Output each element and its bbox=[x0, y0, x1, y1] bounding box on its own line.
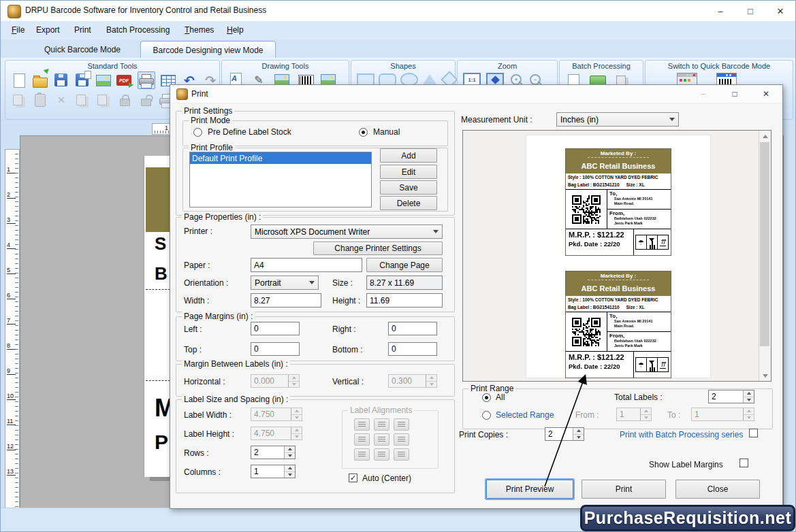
add-button[interactable]: Add bbox=[380, 148, 437, 163]
watermark-badge: PurchaseRequisition.net bbox=[580, 505, 795, 531]
batch-series-label[interactable]: Print with Batch Processing series bbox=[620, 430, 743, 439]
to-address: To, San Antonio MI 20141Main Road. bbox=[607, 190, 671, 210]
triangle-shape-icon[interactable] bbox=[422, 74, 437, 86]
spinner-arrows-icon[interactable] bbox=[573, 428, 584, 440]
save-icon[interactable] bbox=[53, 72, 69, 88]
paste-icon[interactable] bbox=[32, 92, 48, 108]
menu-print[interactable]: Print bbox=[74, 25, 91, 35]
page-margins-title: Page Margins (in) : bbox=[182, 312, 255, 321]
measurement-unit-select[interactable]: Inches (in) bbox=[556, 112, 679, 127]
tab-quick-barcode-mode[interactable]: Quick Barcode Mode bbox=[28, 41, 137, 58]
new-document-icon[interactable] bbox=[11, 72, 27, 88]
rows-label: Rows : bbox=[184, 448, 209, 458]
copy-icon[interactable] bbox=[11, 92, 27, 108]
spinner-arrows-icon[interactable] bbox=[743, 390, 754, 403]
scroll-down-icon[interactable] bbox=[759, 370, 771, 381]
manual-radio[interactable] bbox=[359, 128, 368, 137]
width-input[interactable]: 8.27 bbox=[251, 293, 321, 307]
printer-select[interactable]: Microsoft XPS Document Writer bbox=[251, 225, 443, 239]
print-button[interactable]: Print bbox=[582, 480, 666, 499]
columns-spinner[interactable]: 1 bbox=[251, 465, 296, 478]
menu-help[interactable]: Help bbox=[227, 25, 244, 35]
duplicate-icon[interactable] bbox=[74, 92, 91, 108]
print-range-all-label[interactable]: All bbox=[496, 393, 505, 402]
maximize-button[interactable]: □ bbox=[735, 1, 765, 21]
section-title: Zoom bbox=[458, 62, 557, 70]
orientation-select[interactable]: Portrait bbox=[251, 276, 319, 290]
delete-button[interactable]: Delete bbox=[380, 196, 437, 210]
margin-top-input[interactable]: 0 bbox=[251, 342, 300, 356]
rows-spinner[interactable]: 2 bbox=[251, 446, 296, 459]
group-icon[interactable] bbox=[95, 92, 112, 108]
dialog-maximize-button[interactable]: □ bbox=[721, 85, 748, 103]
tab-barcode-designing-view-mode[interactable]: Barcode Designing view Mode bbox=[140, 41, 276, 59]
menu-themes[interactable]: Themes bbox=[185, 25, 214, 35]
predefine-label-stock-radio[interactable] bbox=[193, 128, 202, 137]
to-title: To, bbox=[609, 313, 669, 319]
save-button[interactable]: Save bbox=[380, 180, 437, 195]
label-bottom: M.R.P. : $121.22 Pkd. Date : 22/20 ☂ ⇈ bbox=[566, 229, 671, 255]
height-input[interactable]: 11.69 bbox=[366, 293, 443, 307]
size-value-box: 8.27 x 11.69 bbox=[366, 276, 443, 290]
print-profile-selected-item[interactable]: Default Print Profile bbox=[190, 152, 371, 164]
label-header: Marketed By : ABC Retail Business bbox=[566, 271, 671, 296]
preview-scrollbar[interactable] bbox=[759, 131, 771, 381]
open-file-icon[interactable] bbox=[32, 72, 48, 88]
margin-between-labels-title: Margin Between Labels (in) : bbox=[182, 359, 290, 369]
width-label: Width : bbox=[184, 296, 209, 305]
total-labels-spinner[interactable]: 2 bbox=[708, 390, 754, 403]
design-page-partial[interactable]: S B M P bbox=[144, 156, 170, 477]
qr-code bbox=[572, 195, 601, 224]
auto-center-checkbox[interactable] bbox=[349, 473, 357, 482]
orientation-label: Orientation : bbox=[184, 278, 228, 288]
print-copies-spinner[interactable]: 2 bbox=[545, 427, 584, 441]
margin-right-input[interactable]: 0 bbox=[388, 322, 437, 335]
spinner-arrows-icon bbox=[291, 408, 302, 420]
margin-left-input[interactable]: 0 bbox=[251, 322, 300, 335]
unlock-icon[interactable] bbox=[138, 92, 154, 108]
close-button[interactable]: ✕ bbox=[765, 1, 795, 21]
close-dialog-button[interactable]: Close bbox=[675, 480, 760, 499]
spinner-arrows-icon[interactable] bbox=[284, 446, 295, 459]
scroll-up-icon[interactable] bbox=[759, 131, 771, 142]
paper-input[interactable]: A4 bbox=[251, 258, 362, 272]
lock-icon[interactable] bbox=[116, 92, 133, 108]
label-divider bbox=[146, 289, 170, 290]
print-profile-list[interactable]: Default Print Profile bbox=[189, 152, 372, 207]
auto-center-label[interactable]: Auto (Center) bbox=[362, 473, 411, 483]
title-bar: DRPU Barcode Software for Inventory Cont… bbox=[1, 1, 795, 22]
label-size-title: Label Size and Spacing (in) : bbox=[182, 395, 290, 404]
scrollbar-thumb[interactable] bbox=[760, 142, 769, 346]
show-label-margins-label[interactable]: Show Label Margins bbox=[649, 460, 723, 469]
print-range-all-radio[interactable] bbox=[482, 393, 491, 402]
margin-bottom-input[interactable]: 0 bbox=[388, 342, 437, 356]
predefine-label-stock-label[interactable]: Pre Define Label Stock bbox=[208, 127, 291, 137]
change-page-button[interactable]: Change Page bbox=[366, 258, 443, 272]
batch-series-checkbox[interactable] bbox=[749, 429, 758, 437]
edit-button[interactable]: Edit bbox=[380, 165, 437, 179]
selected-range-label[interactable]: Selected Range bbox=[496, 410, 554, 420]
change-printer-settings-button[interactable]: Change Printer Settings bbox=[313, 242, 443, 255]
export-image-icon[interactable] bbox=[95, 72, 112, 88]
partial-letter: P bbox=[155, 431, 168, 454]
manual-label[interactable]: Manual bbox=[373, 127, 400, 137]
vertical-spinner: 0.300 bbox=[388, 374, 437, 388]
print-preview-button[interactable]: Print Preview bbox=[486, 480, 573, 499]
dialog-close-button[interactable]: ✕ bbox=[752, 85, 780, 103]
minimize-button[interactable]: – bbox=[705, 1, 735, 21]
selected-range-radio[interactable] bbox=[482, 411, 491, 420]
spinner-arrows-icon[interactable] bbox=[284, 465, 295, 478]
menu-file[interactable]: File bbox=[12, 25, 25, 35]
delete-icon[interactable]: ✕ bbox=[53, 92, 69, 108]
menu-batch-processing[interactable]: Batch Processing bbox=[106, 25, 170, 35]
menu-export[interactable]: Export bbox=[36, 25, 60, 35]
chevron-down-icon bbox=[430, 225, 442, 238]
save-as-icon[interactable] bbox=[74, 72, 91, 88]
export-pdf-icon[interactable]: PDF bbox=[116, 72, 133, 88]
pkd-date-text: Pkd. Date : 22/20 bbox=[569, 240, 631, 248]
label-height-label: Label Height : bbox=[184, 429, 234, 439]
fragile-glass-icon bbox=[646, 235, 658, 250]
fragile-glass-icon bbox=[646, 357, 658, 372]
print-icon[interactable] bbox=[138, 71, 155, 89]
show-label-margins-checkbox[interactable] bbox=[739, 459, 748, 467]
